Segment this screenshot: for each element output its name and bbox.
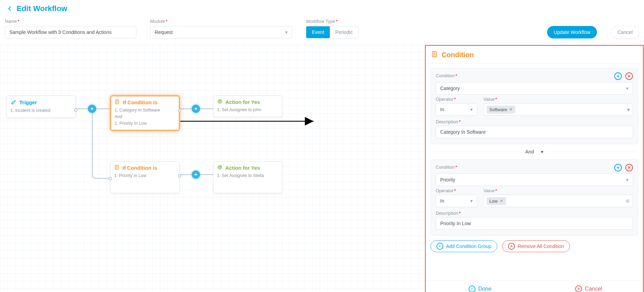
description-label: Description xyxy=(436,119,633,124)
done-button[interactable]: ✓ Done xyxy=(426,281,534,292)
remove-condition-icon[interactable]: ✕ xyxy=(625,72,633,80)
description-input[interactable] xyxy=(436,126,633,138)
panel-cancel-button[interactable]: ✕ Cancel xyxy=(534,281,643,292)
add-node-button[interactable]: + xyxy=(88,105,96,113)
target-icon xyxy=(217,99,223,105)
chevron-down-icon: ▾ xyxy=(538,149,546,154)
name-input[interactable] xyxy=(5,26,136,38)
condition-card: Condition + ✕ Priority ▾ Operator xyxy=(430,159,638,236)
action-node-1[interactable]: Action for Yes 1. Set Assignee to john xyxy=(213,96,282,117)
close-icon: ✕ xyxy=(575,285,582,292)
chevron-down-icon: ▾ xyxy=(470,198,473,204)
done-label: Done xyxy=(478,286,491,292)
value-label: Value xyxy=(483,97,633,102)
condition-icon xyxy=(431,51,438,59)
value-tag: Software ✕ xyxy=(487,106,515,114)
workflow-canvas[interactable]: Trigger 1. Incident is created + If Cond… xyxy=(0,45,644,292)
port[interactable] xyxy=(178,109,181,112)
page-title: Edit Workflow xyxy=(6,4,639,13)
cancel-label: Cancel xyxy=(585,286,602,292)
condition-field-value: Priority xyxy=(440,177,455,183)
rocket-icon xyxy=(10,99,17,106)
module-label: Module xyxy=(150,19,292,24)
action2-line: 1. Set Assignee to Stella xyxy=(217,172,279,179)
action-node-2[interactable]: Action for Yes 1. Set Assignee to Stella xyxy=(213,161,282,193)
condition-node-1[interactable]: If Condition is 1. Category In Software … xyxy=(110,96,180,131)
condition-field-select[interactable]: Priority ▾ xyxy=(436,174,633,186)
remove-all-condition-button[interactable]: ✕ Remove All Condition xyxy=(502,240,570,252)
action2-title: Action for Yes xyxy=(225,165,260,171)
operator-select[interactable]: In ▾ xyxy=(436,103,477,116)
condition-icon xyxy=(115,99,120,106)
type-periodic[interactable]: Periodic xyxy=(330,26,359,38)
operator-value: In xyxy=(440,107,444,112)
module-value: Request xyxy=(155,29,173,35)
chevron-down-icon: ▾ xyxy=(626,177,628,183)
action1-title: Action for Yes xyxy=(225,99,260,105)
condition2-line: 1. Priority In Low xyxy=(114,172,176,179)
condition-label: Condition xyxy=(436,73,457,78)
cancel-button[interactable]: Cancel xyxy=(611,26,639,38)
clear-all-icon[interactable]: ⊗ xyxy=(626,198,630,204)
trigger-node[interactable]: Trigger 1. Incident is created xyxy=(7,96,76,118)
update-workflow-button[interactable]: Update Workflow xyxy=(547,26,597,38)
back-arrow-icon[interactable] xyxy=(6,5,14,13)
panel-title: Condition xyxy=(442,51,474,59)
condition2-title: If Condition is xyxy=(123,165,157,171)
condition1-title: If Condition is xyxy=(123,99,157,105)
add-node-button[interactable]: + xyxy=(192,105,200,113)
condition-field-value: Category xyxy=(440,86,460,91)
value-tag: Low ✕ xyxy=(487,197,506,205)
add-condition-group-button[interactable]: + Add Condition Group xyxy=(430,240,497,252)
description-label: Description xyxy=(436,211,633,216)
port[interactable] xyxy=(109,177,112,180)
action1-line: 1. Set Assignee to john xyxy=(217,107,279,113)
logic-operator[interactable]: And▾ xyxy=(430,149,638,154)
target-icon xyxy=(217,165,223,171)
condition-panel: Condition Condition + ✕ Category ▾ xyxy=(425,45,644,292)
condition1-line1: 1. Category In Software xyxy=(115,107,175,114)
value-input[interactable]: Low ✕ ⊗ xyxy=(483,195,633,207)
add-condition-icon[interactable]: + xyxy=(614,72,622,80)
trigger-title: Trigger xyxy=(19,99,37,105)
close-icon: ✕ xyxy=(508,243,515,250)
type-event[interactable]: Event xyxy=(306,26,330,38)
port[interactable] xyxy=(74,108,78,112)
value-tag-text: Low xyxy=(489,198,498,204)
page-title-text: Edit Workflow xyxy=(17,4,67,13)
remove-condition-icon[interactable]: ✕ xyxy=(625,164,633,171)
add-condition-icon[interactable]: + xyxy=(614,164,622,171)
trigger-line: 1. Incident is created xyxy=(10,107,72,114)
module-select[interactable]: Request ▾ xyxy=(150,26,292,38)
condition-node-2[interactable]: If Condition is 1. Priority In Low xyxy=(110,161,180,193)
description-input[interactable] xyxy=(436,217,633,230)
check-icon: ✓ xyxy=(469,285,475,292)
chevron-down-icon: ▾ xyxy=(627,106,630,113)
workflow-type-label: Workflow Type xyxy=(306,19,359,24)
add-group-label: Add Condition Group xyxy=(446,244,491,249)
remove-tag-icon[interactable]: ✕ xyxy=(500,198,503,203)
value-input[interactable]: Software ✕ ▾ xyxy=(483,103,633,116)
add-node-button[interactable]: + xyxy=(192,170,200,179)
condition1-line2: And xyxy=(115,114,175,120)
condition-icon xyxy=(114,165,120,171)
remove-all-label: Remove All Condition xyxy=(518,244,564,249)
annotation-arrow xyxy=(180,116,319,126)
condition-label: Condition xyxy=(436,165,457,170)
chevron-down-icon: ▾ xyxy=(626,86,628,91)
condition-card: Condition + ✕ Category ▾ Operator xyxy=(430,68,638,144)
condition1-line3: 2. Priority In Low xyxy=(115,120,175,127)
value-tag-text: Software xyxy=(489,107,507,112)
name-label: Name xyxy=(5,19,136,24)
chevron-down-icon: ▾ xyxy=(285,29,288,35)
port[interactable] xyxy=(178,174,181,178)
operator-select[interactable]: In ▾ xyxy=(436,195,477,207)
value-label: Value xyxy=(483,188,633,193)
operator-label: Operator xyxy=(436,97,477,102)
remove-tag-icon[interactable]: ✕ xyxy=(509,107,513,112)
condition-field-select[interactable]: Category ▾ xyxy=(436,82,633,95)
chevron-down-icon: ▾ xyxy=(470,107,473,112)
logic-text: And xyxy=(523,149,537,154)
workflow-type-segment: Event Periodic xyxy=(306,26,359,38)
operator-value: In xyxy=(440,198,444,204)
